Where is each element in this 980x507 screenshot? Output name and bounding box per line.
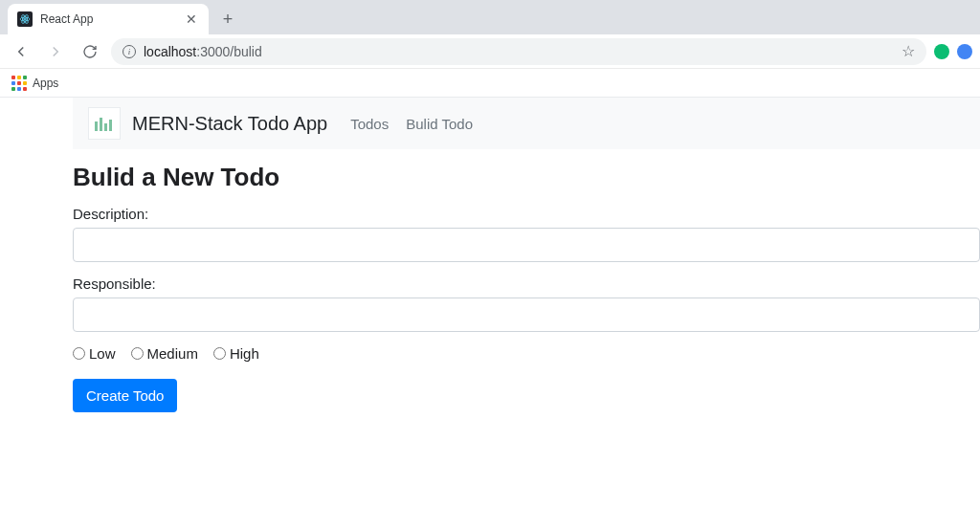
description-label: Description: xyxy=(73,206,980,222)
responsible-label: Responsible: xyxy=(73,276,980,292)
svg-rect-5 xyxy=(100,118,102,131)
nav-link-build-todo[interactable]: Bulid Todo xyxy=(406,116,473,132)
responsible-input[interactable] xyxy=(73,298,980,332)
url-path: :3000/bulid xyxy=(196,44,262,59)
forward-button[interactable] xyxy=(42,38,69,65)
url-text: localhost:3000/bulid xyxy=(144,44,262,59)
address-bar[interactable]: i localhost:3000/bulid ☆ xyxy=(111,38,926,65)
form-group-description: Description: xyxy=(73,206,980,262)
priority-label: Low xyxy=(89,345,116,362)
browser-tab[interactable]: React App ✕ xyxy=(8,4,209,34)
priority-option-high[interactable]: High xyxy=(213,345,259,362)
site-info-icon[interactable]: i xyxy=(122,45,136,58)
priority-radios: Low Medium High xyxy=(73,345,980,362)
page-title: Bulid a New Todo xyxy=(73,163,980,192)
app-navbar: MERN-Stack Todo App Todos Bulid Todo xyxy=(73,98,980,149)
brand-logo xyxy=(88,107,121,140)
priority-radio-medium[interactable] xyxy=(131,347,144,360)
back-button[interactable] xyxy=(8,38,34,65)
priority-option-low[interactable]: Low xyxy=(73,345,116,362)
form-container: Bulid a New Todo Description: Responsibl… xyxy=(0,149,980,412)
close-tab-icon[interactable]: ✕ xyxy=(184,11,199,27)
priority-label: High xyxy=(230,345,259,362)
extension-icon[interactable] xyxy=(957,44,972,59)
reload-button[interactable] xyxy=(77,38,103,65)
bookmarks-bar: Apps xyxy=(0,69,980,98)
new-tab-button[interactable]: + xyxy=(214,6,241,33)
svg-point-3 xyxy=(24,18,26,20)
description-input[interactable] xyxy=(73,228,980,262)
apps-label[interactable]: Apps xyxy=(33,77,58,90)
priority-option-medium[interactable]: Medium xyxy=(131,345,198,362)
create-todo-button[interactable]: Create Todo xyxy=(73,379,177,412)
browser-tabstrip: React App ✕ + xyxy=(0,0,980,34)
priority-radio-high[interactable] xyxy=(213,347,226,360)
browser-toolbar: i localhost:3000/bulid ☆ xyxy=(0,34,980,69)
svg-rect-7 xyxy=(109,120,112,131)
form-group-responsible: Responsible: xyxy=(73,276,980,332)
url-host: localhost xyxy=(144,44,196,59)
priority-label: Medium xyxy=(147,345,198,362)
react-favicon xyxy=(17,11,33,27)
svg-rect-6 xyxy=(104,123,107,131)
apps-icon[interactable] xyxy=(11,76,27,91)
tab-title: React App xyxy=(40,12,176,26)
bookmark-star-icon[interactable]: ☆ xyxy=(902,42,915,60)
brand-text[interactable]: MERN-Stack Todo App xyxy=(132,113,327,135)
svg-rect-4 xyxy=(95,121,98,131)
extension-icon[interactable] xyxy=(934,44,949,59)
nav-link-todos[interactable]: Todos xyxy=(350,116,389,132)
page-content: MERN-Stack Todo App Todos Bulid Todo Bul… xyxy=(0,98,980,412)
priority-radio-low[interactable] xyxy=(73,347,85,360)
